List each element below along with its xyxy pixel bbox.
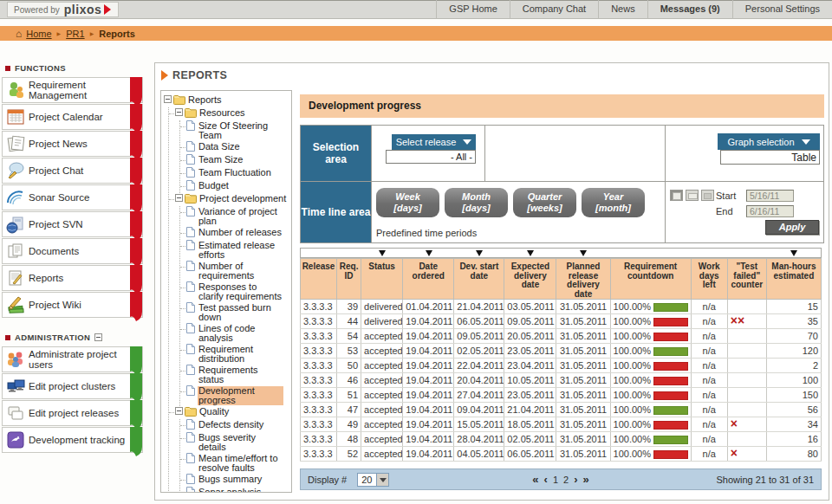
scale-icon-3[interactable]: [701, 190, 714, 201]
tree-item-mean-time-effort-to-resolve-faults[interactable]: Mean time/effort to resolve faults: [186, 453, 291, 474]
tree-item-team-fluctuation[interactable]: Team Fluctuation: [186, 167, 291, 180]
sidebar-item-edit-clusters[interactable]: Edit project clusters: [2, 373, 143, 399]
pager-prev-button[interactable]: ‹: [544, 473, 548, 486]
tree-item-number-of-releases[interactable]: Number of releases: [186, 227, 291, 240]
sidebar-item-project-news[interactable]: Project News: [2, 131, 143, 157]
sidebar-item-admin-users[interactable]: Administrate project users: [2, 346, 143, 372]
sort-arrow-icon[interactable]: [790, 250, 797, 256]
pager-page-1[interactable]: 1: [553, 475, 558, 485]
sidebar-item-reports[interactable]: Reports: [2, 265, 143, 291]
apply-button[interactable]: Apply: [765, 220, 819, 235]
tree-expander-icon[interactable]: [175, 407, 183, 415]
tree-item-label: Variance of project plan: [198, 207, 283, 226]
sidebar-item-documents[interactable]: Documents: [2, 238, 143, 264]
tree-expander-icon[interactable]: [164, 95, 172, 103]
sort-arrow-icon[interactable]: [527, 250, 534, 256]
tree-item-data-size[interactable]: Data Size: [186, 141, 291, 154]
edit-releases-icon: [3, 403, 29, 423]
cell-work-days: n/a: [691, 329, 727, 344]
period-button-month[interactable]: Month[days]: [445, 188, 508, 217]
period-button-year[interactable]: Year[month]: [582, 188, 645, 217]
cell-status: accepted: [361, 359, 403, 373]
cell-test-failed: [727, 373, 766, 388]
document-icon: [186, 344, 195, 356]
folder-icon: [185, 193, 197, 205]
tree-expander-icon[interactable]: [175, 194, 183, 202]
tree-item-size-of-steering-team[interactable]: Size Of Steering Team: [186, 120, 291, 141]
sidebar-item-project-calendar[interactable]: Project Calendar: [2, 104, 143, 130]
document-icon: [186, 180, 195, 192]
period-button-quarter[interactable]: Quarter[weeks]: [513, 188, 576, 217]
sidebar-item-edit-releases[interactable]: Edit project releases: [2, 400, 143, 426]
pager-first-button[interactable]: «: [532, 473, 538, 486]
project-svn-icon: [3, 214, 29, 235]
tree-item-requirements-status[interactable]: Requirements status: [186, 365, 291, 385]
breadcrumb-link-pr1[interactable]: PR1: [66, 29, 84, 39]
tree-item-estimated-release-efforts[interactable]: Estimated release efforts: [186, 240, 291, 261]
sort-arrow-icon[interactable]: [426, 250, 432, 256]
tree-item-development-progress[interactable]: Development progress: [186, 385, 291, 406]
top-menu-item-messages-[interactable]: Messages (9): [647, 0, 732, 19]
top-menu-item-personal-settings[interactable]: Personal Settings: [732, 0, 832, 19]
sidebar-item-dev-tracking[interactable]: Development tracking: [2, 427, 143, 453]
tree-item-defects-density[interactable]: Defects density: [186, 419, 291, 432]
tree-item-responses-to-clarify-requirements[interactable]: Responses to clarify requirements: [186, 281, 291, 302]
tree-item-reports[interactable]: Reports: [164, 94, 291, 107]
tree-item-number-of-requirements[interactable]: Number of requirements: [186, 261, 291, 281]
scale-icon-2[interactable]: [686, 190, 699, 201]
sidebar-item-sonar-source[interactable]: Sonar Source: [2, 184, 143, 210]
graph-selection-dropdown[interactable]: Graph selection: [718, 133, 820, 150]
period-button-week[interactable]: Week[days]: [376, 188, 439, 217]
tree-item-variance-of-project-plan[interactable]: Variance of project plan: [186, 206, 291, 227]
tree-item-resources[interactable]: Resources: [175, 107, 291, 120]
cell-status: delivered: [361, 300, 403, 314]
tree-expander-icon[interactable]: [175, 108, 183, 116]
start-date-input[interactable]: 5/16/11: [746, 190, 794, 202]
sort-arrow-icon[interactable]: [580, 250, 587, 256]
pager-last-button[interactable]: »: [582, 473, 588, 486]
countdown-bar-red: [653, 362, 688, 371]
countdown-bar-red: [653, 391, 688, 400]
scale-icon-1[interactable]: [670, 190, 683, 201]
tree-item-lines-of-code-analysis[interactable]: Lines of code analysis: [186, 323, 291, 344]
release-value-input[interactable]: - All -: [386, 150, 476, 164]
cell-req-id: 47: [337, 403, 361, 417]
cell-test-failed: ×: [727, 417, 766, 432]
tree-item-requirement-distribution[interactable]: Requirement distribution: [186, 344, 291, 365]
top-menu-item-news[interactable]: News: [598, 0, 647, 19]
tree-item-project-development[interactable]: Project development: [175, 193, 291, 206]
tree-item-label: Test passed burn down: [198, 303, 283, 322]
graph-value-input[interactable]: Table: [720, 150, 820, 165]
tree-item-sonar-analysis[interactable]: Sonar analysis: [186, 487, 291, 493]
sidebar-item-project-svn[interactable]: Project SVN: [2, 211, 143, 237]
sort-arrow-icon[interactable]: [379, 250, 386, 256]
select-release-dropdown[interactable]: Select release: [392, 134, 476, 150]
tree-item-bugs-summary[interactable]: Bugs summary: [186, 474, 291, 487]
top-menu-item-company-chat[interactable]: Company Chat: [510, 0, 598, 19]
sidebar-item-project-wiki[interactable]: Project Wiki: [2, 292, 143, 318]
cell-req-id: 48: [337, 432, 361, 447]
report-content: Development progress Selection area Time…: [300, 94, 824, 118]
tree-item-test-passed-burn-down[interactable]: Test passed burn down: [186, 302, 291, 323]
pager-page-2[interactable]: 2: [563, 475, 569, 485]
collapse-icon[interactable]: [94, 333, 102, 341]
cell-req-id: 49: [337, 417, 361, 432]
cell-test-failed: [727, 329, 766, 344]
green-ribbon-icon: [129, 427, 143, 458]
sort-arrow-icon[interactable]: [476, 250, 483, 256]
documents-icon: [3, 241, 29, 262]
breadcrumb-link-home[interactable]: Home: [26, 29, 51, 39]
sidebar-item-project-chat[interactable]: Project Chat: [2, 158, 143, 184]
tree-item-team-size[interactable]: Team Size: [186, 154, 291, 167]
top-menu-item-gsp-home[interactable]: GSP Home: [436, 0, 509, 19]
cell-dev-start: 28.04.2011: [454, 432, 504, 447]
end-date-input[interactable]: 6/16/11: [746, 205, 794, 217]
sidebar-item-requirement-management[interactable]: Requirement Management: [2, 77, 143, 103]
column-header-work-days-left: Work days left: [691, 259, 727, 300]
tree-item-quality[interactable]: Quality: [175, 406, 291, 419]
document-icon: [186, 365, 195, 377]
tree-item-budget[interactable]: Budget: [186, 180, 291, 193]
pager-next-button[interactable]: ›: [574, 473, 577, 486]
home-icon[interactable]: ⌂: [16, 29, 22, 38]
tree-item-bugs-severity-details[interactable]: Bugs severity details: [186, 432, 291, 453]
